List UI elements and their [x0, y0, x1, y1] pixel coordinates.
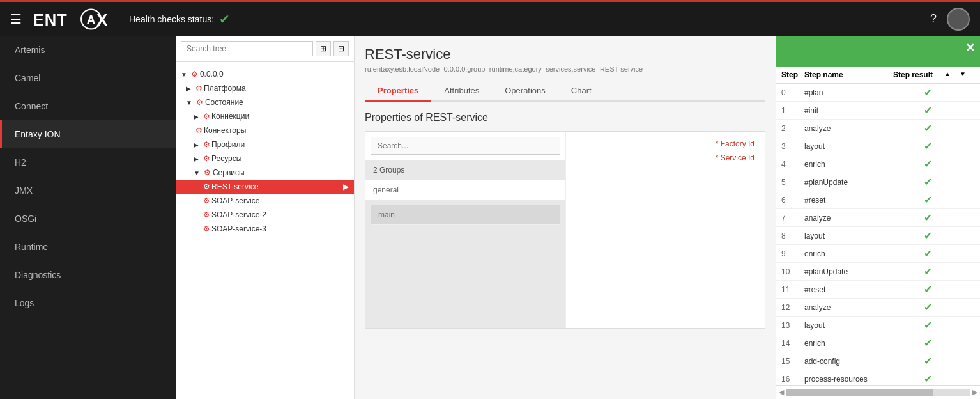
tree-collapse-button[interactable]: ⊟	[333, 41, 349, 56]
step-ok-icon: ✔	[924, 301, 932, 313]
tree-node-services[interactable]: ▼ ⚙ Сервисы	[176, 166, 354, 180]
step-name: #planUpdate	[804, 178, 924, 187]
arrow-icon: ▶	[343, 182, 349, 191]
step-bottom-scrollbar[interactable]: ◀ ▶	[776, 385, 980, 399]
help-icon[interactable]: ?	[930, 12, 937, 26]
tab-attributes[interactable]: Attributes	[431, 81, 492, 102]
step-row: 5 #planUpdate ✔	[776, 173, 980, 191]
step-name: enrich	[804, 249, 924, 258]
sidebar-item-artemis[interactable]: Artemis	[0, 36, 176, 64]
tree-services-label: Сервисы	[213, 168, 245, 177]
connections-icon: ⚙	[201, 111, 211, 121]
tree-node-root[interactable]: ▼ ⚙ 0.0.0.0	[176, 67, 354, 81]
tree-node-state[interactable]: ▼ ⚙ Состояние	[176, 95, 354, 109]
step-row: 6 #reset ✔	[776, 191, 980, 209]
props-search-area	[365, 132, 565, 160]
scroll-right-icon[interactable]: ▶	[972, 388, 977, 396]
step-ok-icon: ✔	[924, 86, 932, 98]
tree-rest-service-label: REST-service	[211, 182, 258, 191]
scroll-down-icon[interactable]: ▼	[960, 70, 975, 79]
tab-properties[interactable]: Properties	[365, 81, 431, 102]
step-ok-icon: ✔	[784, 43, 795, 59]
caret-icon: ▶	[186, 85, 191, 92]
tree-profiles-label: Профили	[211, 140, 245, 149]
tree-node-soap-service[interactable]: ⚙ SOAP-service	[176, 194, 354, 208]
avatar[interactable]	[947, 8, 970, 31]
sidebar-item-camel[interactable]: Camel	[0, 64, 176, 92]
step-result: ✔	[924, 301, 975, 313]
step-num: 16	[781, 375, 804, 384]
props-right: * Factory Id * Service Id	[565, 132, 765, 328]
service-id-label: * Service Id	[571, 151, 760, 165]
sidebar-item-logs[interactable]: Logs	[0, 289, 176, 317]
step-result: ✔	[924, 373, 975, 385]
health-label: Health checks status:	[129, 14, 214, 24]
step-num: 11	[781, 285, 804, 294]
horizontal-scrollbar-track[interactable]	[786, 389, 970, 396]
tree-node-connections[interactable]: ▶ ⚙ Коннекции	[176, 109, 354, 123]
tree-root-label: 0.0.0.0	[200, 70, 224, 79]
step-ok-icon: ✔	[924, 319, 932, 331]
tree-node-connectors[interactable]: ⚙ Коннекторы	[176, 123, 354, 137]
step-name: analyze	[804, 303, 924, 312]
step-ok-icon: ✔	[924, 265, 932, 278]
step-panel-columns: Step Step name Step result ▲ ▼	[776, 66, 980, 84]
tree-node-resources[interactable]: ▶ ⚙ Ресурсы	[176, 152, 354, 166]
tree-node-profiles[interactable]: ▶ ⚙ Профили	[176, 137, 354, 152]
scroll-up-icon[interactable]: ▲	[944, 70, 960, 79]
main-layout: Artemis Camel Connect Entaxy ION H2 JMX …	[0, 36, 980, 399]
tree-node-soap-service-2[interactable]: ⚙ SOAP-service-2	[176, 208, 354, 222]
logo: ENT A XY	[32, 6, 109, 32]
step-num: 0	[781, 88, 804, 97]
step-num: 5	[781, 178, 804, 187]
tab-operations[interactable]: Operations	[492, 81, 558, 102]
step-result: ✔	[924, 104, 975, 116]
step-ok-icon: ✔	[924, 176, 932, 188]
tabs: Properties Attributes Operations Chart	[365, 81, 765, 102]
close-icon[interactable]: ✕	[965, 41, 975, 55]
service-title: REST-service	[365, 46, 765, 63]
props-group-general[interactable]: general	[365, 180, 565, 200]
props-grid: 2 Groups general main * Factory Id * Ser…	[365, 132, 765, 328]
tab-chart[interactable]: Chart	[558, 81, 604, 102]
tree-node-platform[interactable]: ▶ ⚙ Платформа	[176, 81, 354, 95]
step-row: 8 layout ✔	[776, 227, 980, 245]
step-row: 2 analyze ✔	[776, 120, 980, 137]
step-ok-icon: ✔	[924, 212, 932, 224]
step-name: analyze	[804, 214, 924, 223]
sidebar-item-connect[interactable]: Connect	[0, 92, 176, 120]
step-result: ✔	[924, 337, 975, 349]
tree-panel: ⊞ ⊟ ▼ ⚙ 0.0.0.0 ▶ ⚙ Платформа ▼ ⚙ Состоя…	[176, 36, 355, 399]
step-row: 3 layout ✔	[776, 137, 980, 155]
step-name: #reset	[804, 285, 924, 294]
horizontal-scrollbar-thumb[interactable]	[786, 389, 933, 396]
sidebar-item-osgi[interactable]: OSGi	[0, 205, 176, 233]
tree-node-soap-service-3[interactable]: ⚙ SOAP-service-3	[176, 222, 354, 236]
tree-content: ▼ ⚙ 0.0.0.0 ▶ ⚙ Платформа ▼ ⚙ Состояние …	[176, 62, 354, 241]
scroll-left-icon[interactable]: ◀	[779, 388, 784, 396]
sidebar-item-jmx[interactable]: JMX	[0, 176, 176, 205]
health-status-bar: Health checks status: ✔	[129, 12, 930, 27]
sidebar-item-diagnostics[interactable]: Diagnostics	[0, 261, 176, 289]
props-groups-header: 2 Groups	[365, 160, 565, 180]
sidebar-item-runtime[interactable]: Runtime	[0, 233, 176, 261]
props-search-input[interactable]	[371, 137, 560, 155]
tree-expand-button[interactable]: ⊞	[316, 41, 331, 56]
caret-icon: ▶	[194, 155, 199, 162]
step-ok-icon: ✔	[924, 230, 932, 242]
sidebar-item-h2[interactable]: H2	[0, 148, 176, 176]
sidebar: Artemis Camel Connect Entaxy ION H2 JMX …	[0, 36, 176, 399]
step-row: 12 analyze ✔	[776, 299, 980, 317]
sidebar-item-entaxy-ion[interactable]: Entaxy ION	[0, 120, 176, 148]
tree-node-rest-service[interactable]: ⚙ REST-service ▶	[176, 180, 354, 194]
menu-icon[interactable]: ☰	[10, 12, 22, 27]
step-name: layout	[804, 321, 924, 330]
step-result: ✔	[924, 86, 975, 98]
caret-icon: ▼	[194, 169, 200, 176]
props-group-main[interactable]: main	[371, 205, 560, 225]
step-result: ✔	[924, 194, 975, 206]
step-result: ✔	[924, 140, 975, 152]
tree-soap-service-3-label: SOAP-service-3	[211, 224, 266, 233]
step-name: #plan	[804, 88, 924, 97]
tree-search-input[interactable]	[181, 41, 313, 56]
